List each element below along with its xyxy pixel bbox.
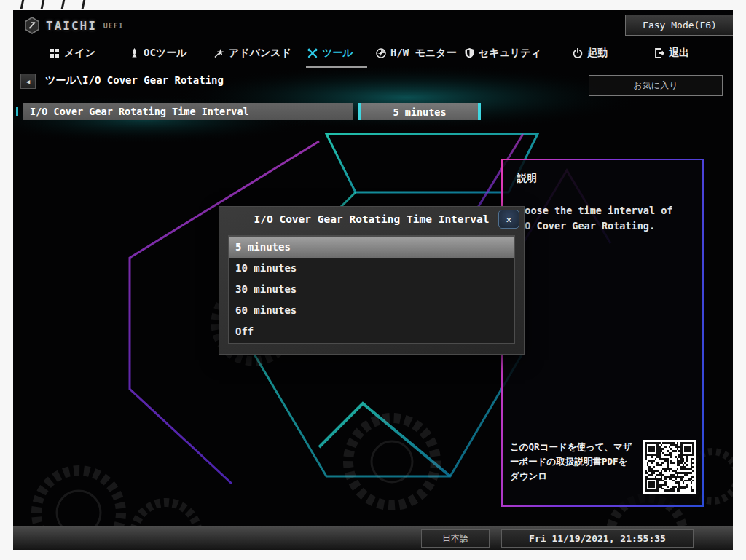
brand-sub: UEFI <box>103 22 124 30</box>
back-button[interactable]: ◀ <box>20 74 36 89</box>
tab-label: 退出 <box>669 47 689 60</box>
tab-boot[interactable]: 起動 <box>573 47 608 60</box>
tab-oc-tool[interactable]: OCツール <box>130 47 187 60</box>
tab-label: ツール <box>322 47 353 60</box>
description-text: Choose the time interval of I/O Cover Ge… <box>513 203 692 234</box>
setting-selected-tick <box>16 107 18 116</box>
tab-hw-monitor[interactable]: H/W モニター <box>376 47 457 60</box>
tools-icon <box>307 48 318 58</box>
dialog-title: I/O Cover Gear Rotating Time Interval <box>219 213 524 225</box>
rocket-icon <box>130 48 139 58</box>
tab-label: メイン <box>64 47 95 60</box>
datetime-display: Fri 11/19/2021, 21:55:35 <box>501 529 694 548</box>
active-tab-underline <box>306 66 367 68</box>
description-panel: 説明 Choose the time interval of I/O Cover… <box>501 159 704 507</box>
divider <box>507 194 698 194</box>
favorites-button[interactable]: お気に入り <box>589 75 723 96</box>
cropped-page-text-artifact <box>20 0 130 9</box>
close-icon[interactable]: ✕ <box>498 210 519 229</box>
breadcrumb: ツール\I/O Cover Gear Rotating <box>45 74 224 87</box>
option-60-minutes[interactable]: 60 minutes <box>229 300 514 321</box>
grid-icon <box>50 48 60 58</box>
option-5-minutes[interactable]: 5 minutes <box>229 237 514 258</box>
qr-code <box>643 440 696 494</box>
qr-section: このQRコードを使って、マザーボードの取扱説明書PDFをダウンロ <box>510 440 696 500</box>
tab-main[interactable]: メイン <box>50 47 95 60</box>
uefi-screen: TAICHI UEFI Easy Mode(F6) メイン OCツール アドバン… <box>13 10 733 550</box>
status-bar: 日本語 Fri 11/19/2021, 21:55:35 <box>13 526 733 550</box>
option-30-minutes[interactable]: 30 minutes <box>229 279 514 300</box>
star-icon <box>214 48 224 58</box>
setting-label[interactable]: I/O Cover Gear Rotating Time Interval <box>23 103 353 120</box>
option-dialog: I/O Cover Gear Rotating Time Interval ✕ … <box>219 206 525 355</box>
tab-exit[interactable]: 退出 <box>654 47 689 60</box>
description-title: 説明 <box>517 172 702 185</box>
fan-icon <box>376 48 386 58</box>
brand-name: TAICHI <box>46 19 97 33</box>
tab-advanced[interactable]: アドバンスド <box>214 47 291 60</box>
nav-bar: メイン OCツール アドバンスド ツール H/W モニター セキュリティ 起動 <box>13 44 733 68</box>
qr-caption: このQRコードを使って、マザーボードの取扱説明書PDFをダウンロ <box>510 440 635 500</box>
tab-label: OCツール <box>144 47 187 60</box>
tab-security[interactable]: セキュリティ <box>465 47 541 60</box>
tab-label: 起動 <box>587 47 608 60</box>
taichi-gear-icon <box>23 17 41 34</box>
tab-label: セキュリティ <box>479 47 541 60</box>
shield-icon <box>465 48 474 58</box>
language-button[interactable]: 日本語 <box>421 529 490 548</box>
taichi-logo: TAICHI UEFI <box>23 17 124 34</box>
power-icon <box>573 48 583 58</box>
tab-label: アドバンスド <box>229 47 291 60</box>
option-list: 5 minutes 10 minutes 30 minutes 60 minut… <box>228 235 515 344</box>
option-10-minutes[interactable]: 10 minutes <box>229 258 514 279</box>
tab-label: H/W モニター <box>390 47 457 60</box>
tab-tools[interactable]: ツール <box>307 47 353 60</box>
exit-icon <box>654 48 664 58</box>
easy-mode-button[interactable]: Easy Mode(F6) <box>625 15 733 36</box>
setting-value-dropdown[interactable]: 5 minutes <box>358 103 481 120</box>
option-off[interactable]: Off <box>229 321 514 342</box>
